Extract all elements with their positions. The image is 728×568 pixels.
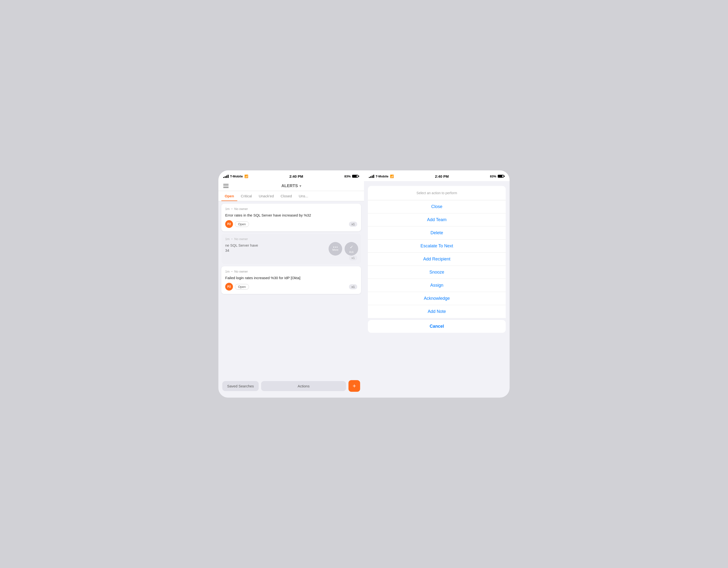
nav-title: ALERTS ▾	[281, 184, 301, 188]
alert-title-3: Failed login rates increased %30 for IdP…	[225, 275, 357, 280]
alert-footer-1: P2 Open x1	[225, 220, 357, 228]
nav-title-text: ALERTS	[281, 184, 298, 188]
status-left-right: T-Mobile 📶	[369, 175, 394, 178]
count-badge-1: x1	[349, 222, 357, 227]
add-button[interactable]: +	[348, 380, 360, 392]
alert-meta-3: 1m • No owner	[225, 270, 357, 273]
priority-badge-3: P2	[225, 283, 233, 291]
time-display-left: 2:40 PM	[289, 174, 303, 178]
swipe-actions: More ✓ Ack	[329, 242, 358, 256]
tab-critical[interactable]: Critical	[237, 191, 255, 201]
priority-badge-1: P2	[225, 220, 233, 228]
right-phone: T-Mobile 📶 2:40 PM 83% Select an action …	[364, 170, 510, 398]
wifi-icon: 📶	[244, 175, 248, 178]
alert-owner-1: No owner	[234, 207, 248, 211]
alert-meta-1: 1m • No owner	[225, 207, 357, 211]
action-sheet-header-text: Select an action to perform	[416, 191, 457, 195]
action-add-note[interactable]: Add Note	[368, 305, 506, 318]
wifi-icon-right: 📶	[390, 175, 394, 178]
battery-icon	[352, 175, 359, 178]
meta-dot-1: •	[232, 208, 232, 210]
hamburger-line-1	[223, 184, 229, 184]
status-badge-3: Open	[235, 284, 249, 290]
count-badge-2: x1	[349, 255, 357, 260]
action-delete[interactable]: Delete	[368, 226, 506, 240]
more-swipe-button[interactable]: More	[329, 242, 342, 256]
saved-searches-button[interactable]: Saved Searches	[222, 381, 259, 391]
tab-uns[interactable]: Uns...	[295, 191, 312, 201]
action-acknowledge[interactable]: Acknowledge	[368, 292, 506, 305]
battery-percent-right: 83%	[490, 175, 496, 178]
alerts-list: 1m • No owner Error rates in the SQL Ser…	[218, 201, 364, 378]
alert-title-1: Error rates in the SQL Server have incre…	[225, 213, 357, 218]
hamburger-line-3	[223, 187, 229, 188]
tab-unacked[interactable]: Unack'ed	[255, 191, 277, 201]
ack-label: Ack	[349, 251, 354, 253]
alert-footer-2: x1	[225, 255, 357, 260]
bottom-bar: Saved Searches Actions +	[218, 378, 364, 398]
status-left: T-Mobile 📶	[223, 175, 248, 178]
nav-chevron-icon: ▾	[299, 184, 301, 188]
action-assign[interactable]: Assign	[368, 279, 506, 292]
alert-owner-2: No owner	[234, 237, 248, 241]
alert-tags-1: P2 Open	[225, 220, 249, 228]
alert-card-3[interactable]: 1m • No owner Failed login rates increas…	[221, 266, 361, 294]
status-bar-right: T-Mobile 📶 2:40 PM 83%	[364, 170, 510, 181]
count-badge-3: x1	[349, 284, 357, 289]
status-bar-left: T-Mobile 📶 2:40 PM 83%	[218, 170, 364, 181]
hamburger-line-2	[223, 186, 229, 186]
alert-tags-3: P2 Open	[225, 283, 249, 291]
action-escalate[interactable]: Escalate To Next	[368, 240, 506, 253]
nav-header: ALERTS ▾	[218, 181, 364, 191]
more-label: More	[332, 248, 338, 251]
alert-footer-3: P2 Open x1	[225, 283, 357, 291]
carrier-label: T-Mobile	[230, 175, 243, 178]
alert-card-1[interactable]: 1m • No owner Error rates in the SQL Ser…	[221, 204, 361, 231]
battery-icon-right	[498, 175, 505, 178]
hamburger-button[interactable]	[223, 184, 229, 188]
left-phone: T-Mobile 📶 2:40 PM 83% ALERTS ▾	[218, 170, 364, 398]
action-sheet: Select an action to perform Close Add Te…	[364, 181, 510, 398]
time-display-right: 2:40 PM	[435, 174, 449, 178]
tabs-bar: Open Critical Unack'ed Closed Uns...	[218, 191, 364, 201]
action-add-recipient[interactable]: Add Recipient	[368, 253, 506, 266]
three-dots-icon	[333, 247, 338, 248]
action-sheet-header: Select an action to perform	[368, 186, 506, 200]
action-add-team[interactable]: Add Team	[368, 213, 506, 226]
carrier-label-right: T-Mobile	[376, 175, 389, 178]
meta-dot-3: •	[232, 270, 232, 273]
alert-owner-3: No owner	[234, 270, 248, 273]
action-cancel-button[interactable]: Cancel	[368, 320, 506, 333]
signal-icon-right	[369, 175, 374, 178]
signal-icon	[223, 175, 229, 178]
actions-button[interactable]: Actions	[261, 381, 346, 391]
action-close[interactable]: Close	[368, 200, 506, 213]
status-right: 83%	[344, 175, 359, 178]
alert-meta-2: 1m • No owner	[225, 237, 357, 241]
alert-time-2: 1m	[225, 237, 230, 241]
action-snooze[interactable]: Snooze	[368, 266, 506, 279]
action-sheet-body: Close Add Team Delete Escalate To Next A…	[368, 200, 506, 318]
alert-time-3: 1m	[225, 270, 230, 273]
meta-dot-2: •	[232, 238, 232, 240]
alert-card-2[interactable]: 1m • No owner ne SQL Server have34 x1	[221, 234, 361, 264]
status-badge-1: Open	[235, 221, 249, 227]
alert-time-1: 1m	[225, 207, 230, 211]
ack-swipe-button[interactable]: ✓ Ack	[345, 242, 358, 256]
status-right-right: 83%	[490, 175, 505, 178]
battery-percent: 83%	[344, 175, 351, 178]
tab-open[interactable]: Open	[221, 191, 237, 201]
tab-closed[interactable]: Closed	[277, 191, 295, 201]
checkmark-icon: ✓	[350, 244, 353, 250]
